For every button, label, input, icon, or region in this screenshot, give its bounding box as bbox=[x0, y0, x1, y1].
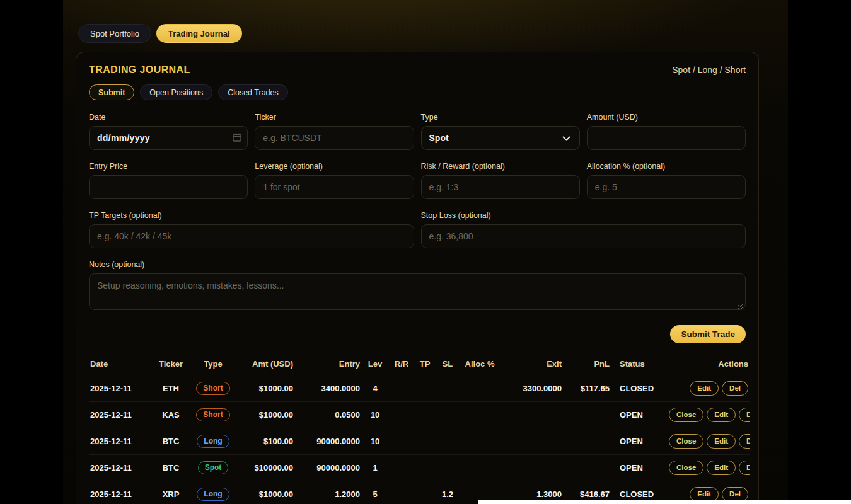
cell-tp bbox=[414, 481, 436, 504]
notes-label: Notes (optional) bbox=[89, 260, 746, 269]
field-amount: Amount (USD) bbox=[587, 113, 746, 150]
cell-entry: 3400.0000 bbox=[294, 375, 361, 402]
submit-trade-button[interactable]: Submit Trade bbox=[670, 325, 746, 343]
amount-label: Amount (USD) bbox=[587, 113, 746, 122]
entry-price-input[interactable] bbox=[89, 175, 248, 199]
cell-rr bbox=[389, 375, 414, 402]
field-risk-reward: Risk / Reward (optional) bbox=[421, 162, 580, 199]
cell-tp bbox=[414, 428, 436, 455]
leverage-label: Leverage (optional) bbox=[255, 162, 414, 171]
risk-reward-input[interactable] bbox=[421, 175, 580, 199]
cell-ticker: XRP bbox=[152, 481, 190, 504]
cell-actions: Close Edit Del bbox=[668, 402, 750, 428]
col-actions: Actions bbox=[668, 354, 750, 375]
cell-entry: 90000.0000 bbox=[294, 428, 361, 455]
edit-button[interactable]: Edit bbox=[690, 487, 719, 501]
field-stop-loss: Stop Loss (optional) bbox=[421, 211, 746, 248]
col-alloc: Alloc % bbox=[460, 354, 500, 375]
cell-type: Long bbox=[190, 481, 236, 504]
col-date: Date bbox=[89, 354, 152, 375]
edit-button[interactable]: Edit bbox=[707, 434, 736, 449]
close-button[interactable]: Close bbox=[669, 408, 703, 422]
ticker-input[interactable] bbox=[255, 126, 414, 150]
col-type: Type bbox=[190, 354, 236, 375]
field-entry-price: Entry Price bbox=[89, 162, 248, 199]
tab-trading-journal[interactable]: Trading Journal bbox=[156, 24, 242, 43]
table-header-row: Date Ticker Type Amt (USD) Entry Lev R/R… bbox=[89, 354, 750, 375]
allocation-input[interactable] bbox=[587, 175, 746, 199]
edit-button[interactable]: Edit bbox=[690, 381, 719, 396]
cell-exit bbox=[500, 455, 563, 481]
type-select[interactable]: Spot bbox=[421, 126, 580, 150]
tab-spot-portfolio[interactable]: Spot Portfolio bbox=[78, 24, 151, 43]
cell-status: OPEN bbox=[611, 455, 668, 481]
field-date: Date bbox=[89, 113, 248, 150]
card-header: TRADING JOURNAL Spot / Long / Short bbox=[89, 64, 746, 76]
risk-reward-label: Risk / Reward (optional) bbox=[421, 162, 580, 171]
col-entry: Entry bbox=[294, 354, 361, 375]
cell-amt: $10000.00 bbox=[236, 455, 294, 481]
tab-closed-trades[interactable]: Closed Trades bbox=[218, 84, 288, 100]
allocation-label: Allocation % (optional) bbox=[587, 162, 746, 171]
notes-textarea[interactable] bbox=[89, 273, 746, 310]
cell-amt: $1000.00 bbox=[236, 402, 294, 428]
delete-button[interactable]: Del bbox=[739, 461, 750, 475]
cell-lev: 5 bbox=[361, 481, 389, 504]
cell-lev: 1 bbox=[361, 455, 389, 481]
tab-submit[interactable]: Submit bbox=[89, 84, 134, 100]
delete-button[interactable]: Del bbox=[722, 381, 748, 396]
cell-exit bbox=[500, 428, 563, 455]
delete-button[interactable]: Del bbox=[722, 487, 748, 501]
chevron-down-icon bbox=[562, 133, 570, 143]
stop-loss-label: Stop Loss (optional) bbox=[421, 211, 746, 220]
calendar-icon[interactable] bbox=[233, 133, 241, 144]
cell-date: 2025-12-11 bbox=[89, 455, 152, 481]
view-tabs: Submit Open Positions Closed Trades bbox=[89, 84, 746, 100]
leverage-input[interactable] bbox=[255, 175, 414, 199]
entry-price-label: Entry Price bbox=[89, 162, 248, 171]
cell-type: Short bbox=[190, 402, 236, 428]
cell-date: 2025-12-11 bbox=[89, 402, 152, 428]
amount-input[interactable] bbox=[587, 126, 746, 150]
cell-sl: 1.2 bbox=[436, 481, 460, 504]
cell-rr bbox=[389, 481, 414, 504]
close-button[interactable]: Close bbox=[669, 461, 703, 475]
table-row: 2025-12-11 ETH Short $1000.00 3400.0000 … bbox=[89, 375, 750, 402]
edit-button[interactable]: Edit bbox=[707, 408, 736, 422]
cell-amt: $1000.00 bbox=[236, 375, 294, 402]
cell-alloc bbox=[460, 375, 500, 402]
tp-targets-label: TP Targets (optional) bbox=[89, 211, 414, 220]
tp-targets-input[interactable] bbox=[89, 224, 414, 248]
cell-alloc bbox=[460, 402, 500, 428]
cell-lev: 4 bbox=[361, 375, 389, 402]
cell-date: 2025-12-11 bbox=[89, 375, 152, 402]
field-ticker: Ticker bbox=[255, 113, 414, 150]
close-button[interactable]: Close bbox=[669, 434, 703, 449]
page-title: TRADING JOURNAL bbox=[89, 64, 190, 76]
cell-sl bbox=[436, 455, 460, 481]
type-badge: Short bbox=[196, 408, 229, 421]
col-status: Status bbox=[611, 354, 668, 375]
cell-ticker: BTC bbox=[152, 455, 190, 481]
cell-status: CLOSED bbox=[611, 375, 668, 402]
col-sl: SL bbox=[436, 354, 460, 375]
col-ticker: Ticker bbox=[152, 354, 190, 375]
type-badge: Long bbox=[197, 435, 229, 448]
cell-type: Spot bbox=[190, 455, 236, 481]
cell-amt: $100.00 bbox=[236, 428, 294, 455]
stop-loss-input[interactable] bbox=[421, 224, 746, 248]
cell-pnl bbox=[563, 402, 611, 428]
top-navigation: Spot Portfolio Trading Journal bbox=[78, 24, 788, 43]
trading-journal-card: TRADING JOURNAL Spot / Long / Short Subm… bbox=[76, 52, 759, 504]
cell-rr bbox=[389, 428, 414, 455]
trade-form: Date Ticker Type Spot bbox=[89, 113, 746, 312]
col-exit: Exit bbox=[500, 354, 563, 375]
date-label: Date bbox=[89, 113, 248, 122]
delete-button[interactable]: Del bbox=[739, 408, 750, 422]
col-pnl: PnL bbox=[563, 354, 611, 375]
delete-button[interactable]: Del bbox=[739, 434, 750, 449]
edit-button[interactable]: Edit bbox=[707, 461, 736, 475]
app-page: Spot Portfolio Trading Journal TRADING J… bbox=[63, 0, 788, 504]
tab-open-positions[interactable]: Open Positions bbox=[140, 84, 212, 100]
date-input[interactable] bbox=[89, 126, 248, 150]
